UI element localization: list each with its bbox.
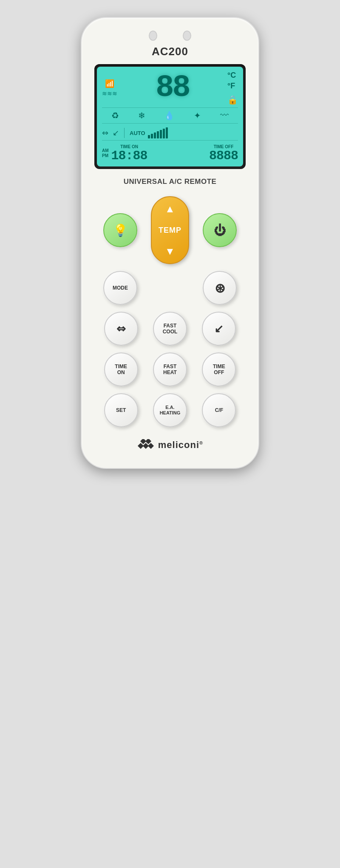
- light-button[interactable]: 💡: [103, 213, 137, 247]
- swing-button[interactable]: ⇔: [104, 312, 138, 346]
- light-bulb-icon: 💡: [113, 223, 128, 237]
- meliconi-logo-icon: [137, 439, 154, 451]
- hang-hole-right: [183, 31, 191, 41]
- fast-heat-button[interactable]: FASTHEAT: [153, 352, 187, 386]
- temp-digit-1: 88: [156, 73, 189, 103]
- heat-waves-icon: ≋≋≋: [102, 90, 117, 97]
- lcd-units: °C °F 🔒: [227, 71, 238, 105]
- lcd-screen: 📶 ≋≋≋ 88 °C °F 🔒 ♻ ❄ 💧: [97, 67, 243, 166]
- lcd-mode-icons-row: ♻ ❄ 💧 ✦ 〰: [102, 107, 238, 124]
- remote-title: AC200: [94, 45, 246, 58]
- timer-off-section: TIME OFF 8888: [209, 144, 238, 162]
- fan-icon: ⊛: [215, 281, 225, 296]
- power-icon: ⏻: [214, 223, 226, 237]
- mode-label: MODE: [113, 285, 128, 291]
- mode-auto-icon: ♻: [111, 110, 119, 121]
- sleep-button[interactable]: ↙: [202, 312, 236, 346]
- row-2: MODE ⊛: [99, 271, 241, 305]
- lcd-fan-row: ⇔ ↙ AUTO: [102, 126, 238, 141]
- time-off-label: TIMEOFF: [213, 364, 225, 376]
- signal-bars: [148, 127, 168, 138]
- time-on-button[interactable]: TIMEON: [104, 352, 138, 386]
- bar-3: [154, 132, 156, 138]
- time-off-button[interactable]: TIMEOFF: [202, 352, 236, 386]
- bar-7: [166, 127, 168, 138]
- row-3: ⇔ FASTCOOL ↙: [99, 312, 241, 346]
- bar-5: [160, 130, 162, 138]
- lcd-divider: [124, 128, 125, 138]
- lcd-timer-row: AM PM TIME ON 18:88 TIME OFF 8888: [102, 143, 238, 162]
- svg-rect-4: [148, 443, 154, 449]
- ampm-indicator: AM PM: [102, 148, 109, 158]
- set-label: SET: [116, 407, 126, 413]
- remote-subtitle: UNIVERSAL A/C REMOTE: [94, 178, 246, 186]
- remote-body: AC200 📶 ≋≋≋ 88 °C °F 🔒: [81, 17, 259, 469]
- row-1: 💡 ▲ TEMP ▼ ⏻: [99, 196, 241, 264]
- fast-cool-label: FASTCOOL: [163, 323, 178, 335]
- fan-button[interactable]: ⊛: [203, 271, 237, 305]
- set-button[interactable]: SET: [104, 393, 138, 427]
- temp-down-arrow: ▼: [165, 246, 175, 256]
- mode-cool-icon: ❄: [138, 110, 145, 121]
- bar-2: [151, 134, 153, 138]
- brand-label: meliconi: [158, 440, 199, 450]
- mode-heat-icon: 〰: [220, 110, 229, 121]
- ea-heating-button[interactable]: E.A.HEATING: [153, 393, 187, 427]
- lcd-temp-row: 📶 ≋≋≋ 88 °C °F 🔒: [102, 71, 238, 105]
- timer-off-digits: 8888: [209, 149, 238, 162]
- swing-icon: ⇔: [102, 128, 108, 138]
- timer-on-section: TIME ON 18:88: [111, 144, 147, 162]
- bar-1: [148, 135, 150, 138]
- hang-hole-left: [149, 31, 157, 41]
- celsius-unit: °C: [227, 71, 236, 80]
- fast-heat-label: FASTHEAT: [163, 364, 177, 376]
- row-5: SET E.A.HEATING C/F: [99, 393, 241, 427]
- bar-4: [157, 131, 159, 138]
- lcd-auto-label: AUTO: [130, 130, 145, 136]
- am-label: AM: [102, 148, 109, 153]
- mode-button[interactable]: MODE: [103, 271, 137, 305]
- lcd-auto-section: AUTO: [130, 127, 238, 138]
- temp-up-arrow: ▲: [165, 204, 175, 214]
- brand-name: meliconi®: [158, 440, 203, 451]
- mode-dry-icon: 💧: [164, 110, 175, 121]
- logo-area: meliconi®: [94, 439, 246, 451]
- lock-icon: 🔒: [227, 95, 238, 105]
- ea-heating-label: E.A.HEATING: [160, 405, 181, 416]
- cf-button[interactable]: C/F: [202, 393, 236, 427]
- registered-mark: ®: [199, 440, 203, 445]
- lcd-temp-digits: 88: [117, 73, 227, 103]
- temp-button[interactable]: ▲ TEMP ▼: [151, 196, 189, 264]
- timer-on-digits: 18:88: [111, 149, 147, 162]
- fast-cool-button[interactable]: FASTCOOL: [153, 312, 187, 346]
- lcd-display: 📶 ≋≋≋ 88 °C °F 🔒 ♻ ❄ 💧: [94, 64, 246, 169]
- logo-diamonds: [137, 439, 154, 451]
- time-on-label: TIMEON: [115, 364, 127, 376]
- temp-label: TEMP: [159, 226, 181, 235]
- cf-label: C/F: [215, 407, 223, 413]
- sleep-icon: ↙: [113, 128, 119, 138]
- lcd-left-icons: 📶 ≋≋≋: [102, 79, 117, 97]
- lcd-fan-left: ⇔ ↙: [102, 128, 119, 138]
- fahrenheit-unit: °F: [227, 82, 235, 90]
- bar-6: [163, 129, 165, 138]
- pm-label: PM: [102, 153, 109, 158]
- buttons-area: 💡 ▲ TEMP ▼ ⏻ MODE ⊛: [94, 196, 246, 427]
- swing-arrow-icon: ⇔: [116, 322, 126, 335]
- wifi-icon: 📶: [105, 79, 114, 88]
- hang-holes: [94, 31, 246, 41]
- sleep-icon: ↙: [214, 322, 224, 335]
- mode-fan-icon: ✦: [194, 110, 201, 121]
- row-4: TIMEON FASTHEAT TIMEOFF: [99, 352, 241, 386]
- power-button[interactable]: ⏻: [203, 213, 237, 247]
